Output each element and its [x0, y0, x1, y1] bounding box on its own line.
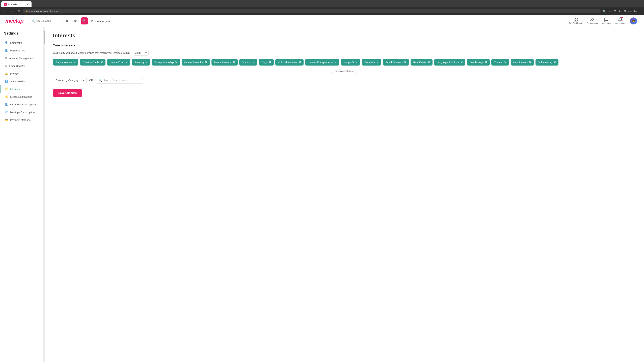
save-changes-button[interactable]: Save Changes	[53, 89, 82, 97]
tag-remove-icon[interactable]: ✕	[175, 61, 177, 64]
tag-label: Language & Culture	[437, 61, 459, 64]
display-btn[interactable]: ⊞	[623, 9, 626, 13]
bookmark-btn[interactable]: ☆	[608, 9, 612, 13]
interest-tag-nonprofit[interactable]: Nonprofit✕	[341, 59, 360, 65]
extensions-btn[interactable]: ⊡	[613, 9, 617, 13]
browse-category-select[interactable]: Browse by Category	[53, 77, 86, 84]
tab-favicon: m	[4, 3, 7, 6]
back-button[interactable]: ←	[2, 9, 8, 13]
tag-remove-icon[interactable]: ✕	[485, 61, 487, 64]
tag-label: Dance Lessons	[214, 61, 232, 64]
interest-tag-spanish[interactable]: Spanish✕	[239, 59, 257, 65]
active-tab[interactable]: m Interests ✕	[1, 1, 32, 7]
interest-tag-theater[interactable]: Theater✕	[492, 59, 509, 65]
interest-search-box[interactable]: 🔍	[96, 77, 143, 84]
sidebar: Settings 👤 Edit Profile 👤 Personal Info …	[0, 27, 44, 362]
tag-remove-icon[interactable]: ✕	[428, 61, 430, 64]
sidebar-item-email-updates[interactable]: ✉ Email Updates	[0, 62, 44, 70]
interest-tag-creative-circle[interactable]: Creative Circle✕	[80, 59, 105, 65]
location-button[interactable]: Dover, DE	[66, 19, 78, 22]
sidebar-item-payment-methods[interactable]: 💳 Payment Methods	[0, 116, 44, 124]
interest-tag-dance-lessons[interactable]: Dance Lessons✕	[212, 59, 238, 65]
interest-tag-dogs[interactable]: Dogs✕	[259, 59, 274, 65]
sidebar-item-interests[interactable]: ⭐ Interests	[0, 85, 44, 93]
sidebar-icon-meetup-plus: 💎	[4, 110, 8, 114]
tag-remove-icon[interactable]: ✕	[404, 61, 406, 64]
tag-remove-icon[interactable]: ✕	[460, 61, 463, 64]
interest-tag-cultural-activities[interactable]: Cultural Activities✕	[276, 59, 304, 65]
distance-select[interactable]: 10 mi 25 mi 50 mi 100 mi	[133, 50, 148, 56]
tag-remove-icon[interactable]: ✕	[126, 61, 128, 64]
interest-tag-gentle-yoga[interactable]: Gentle Yoga✕	[467, 59, 490, 65]
search-bar[interactable]: 🔍	[29, 18, 63, 24]
tab-close-button[interactable]: ✕	[27, 3, 29, 6]
sidebar-scrollbar[interactable]	[44, 27, 45, 362]
tag-remove-icon[interactable]: ✕	[355, 61, 358, 64]
tag-remove-icon[interactable]: ✕	[233, 61, 235, 64]
sidebar-item-account-management[interactable]: ⚙ Account Management	[0, 54, 44, 62]
interest-tag-empty-nesters[interactable]: Empty Nesters✕	[53, 59, 78, 65]
tag-remove-icon[interactable]: ✕	[554, 61, 556, 64]
sidebar-item-mobile-notifications[interactable]: 🔔 Mobile Notifications	[0, 93, 44, 100]
address-bar[interactable]: 🔒 meetup.com/account/interests/	[23, 9, 601, 13]
interest-tag-painting[interactable]: Painting✕	[132, 59, 150, 65]
tag-label: Theater	[494, 61, 503, 64]
nav-connections[interactable]: Connections	[586, 17, 598, 24]
interest-tag-volunteering[interactable]: Volunteering✕	[536, 59, 558, 65]
tag-remove-icon[interactable]: ✕	[299, 61, 301, 64]
tag-remove-icon[interactable]: ✕	[376, 61, 378, 64]
nav-messages[interactable]: Messages	[602, 17, 611, 24]
interest-tag-entrepreneurship[interactable]: Entrepreneurship✕	[152, 59, 180, 65]
interest-tag-real-estate[interactable]: Real Estate✕	[410, 59, 432, 65]
sidebar-item-personal-info[interactable]: 👤 Personal Info	[0, 46, 44, 54]
browser-chrome: m Interests ✕ + ← → ↻ 🔒 meetup.com/accou…	[0, 0, 644, 15]
interest-tag-new-parents[interactable]: New Parents✕	[511, 59, 534, 65]
tag-label: Painting	[135, 61, 144, 64]
refresh-button[interactable]: ↻	[16, 8, 21, 13]
nav-pro-dashboard[interactable]: Pro Dashboard	[569, 17, 582, 24]
site-logo[interactable]: meetup	[5, 17, 26, 25]
interest-tag-small-business[interactable]: Small Business✕	[383, 59, 409, 65]
tab-title: Interests	[8, 3, 17, 6]
search-input[interactable]	[36, 19, 60, 22]
sidebar-item-meetup-plus[interactable]: 💎 Meetup+ Subscription	[0, 108, 44, 116]
sidebar-icon-edit-profile: 👤	[4, 41, 8, 44]
nav-notifications[interactable]: Notifications	[615, 17, 626, 25]
interest-tag-career-transition[interactable]: Career Transition✕	[182, 59, 210, 65]
tag-label: Volunteering	[538, 61, 552, 64]
tag-remove-icon[interactable]: ✕	[145, 61, 148, 64]
search-nav-btn[interactable]: 🔍	[602, 9, 607, 13]
interest-tag-creativity[interactable]: Creativity✕	[362, 59, 381, 65]
menu-btn[interactable]: ⋮	[638, 9, 642, 13]
search-submit-button[interactable]: 🔍	[81, 17, 88, 24]
tag-remove-icon[interactable]: ✕	[529, 61, 531, 64]
tag-remove-icon[interactable]: ✕	[205, 61, 207, 64]
tag-remove-icon[interactable]: ✕	[252, 61, 254, 64]
interest-tag-new-in-town[interactable]: New In Town✕	[107, 59, 130, 65]
interest-tag-women-entrepreneurs[interactable]: Women Entrepreneurs✕	[305, 59, 340, 65]
download-btn[interactable]: ⬇	[618, 9, 622, 13]
tag-label: Career Transition	[184, 61, 204, 64]
forward-button[interactable]: →	[9, 9, 15, 13]
sidebar-label-interests: Interests	[10, 88, 20, 90]
new-tab-button[interactable]: +	[32, 1, 38, 7]
tag-remove-icon[interactable]: ✕	[269, 61, 271, 64]
tag-remove-icon[interactable]: ✕	[100, 61, 103, 64]
tag-label: New Parents	[513, 61, 528, 64]
user-avatar[interactable]: 🧑 ▾	[630, 17, 639, 24]
interest-tag-language--culture[interactable]: Language & Culture✕	[434, 59, 466, 65]
see-more-interests-button[interactable]: See More Interests	[331, 68, 358, 74]
tag-remove-icon[interactable]: ✕	[504, 61, 506, 64]
interest-search-input[interactable]	[103, 79, 140, 82]
sidebar-item-social-media[interactable]: 👥 Social Media	[0, 77, 44, 85]
sidebar-label-account-management: Account Management	[9, 57, 34, 60]
sidebar-item-organizer-subscription[interactable]: 👤 Organizer Subscription	[0, 100, 44, 108]
start-group-button[interactable]: Start a new group	[91, 19, 111, 22]
sidebar-item-edit-profile[interactable]: 👤 Edit Profile	[0, 39, 44, 46]
tag-remove-icon[interactable]: ✕	[334, 61, 336, 64]
sidebar-item-privacy[interactable]: 🔒 Privacy	[0, 70, 44, 77]
sidebar-label-mobile-notifications: Mobile Notifications	[10, 95, 32, 98]
scroll-thumb	[44, 30, 45, 44]
svg-rect-4	[576, 20, 578, 21]
tag-remove-icon[interactable]: ✕	[74, 61, 76, 64]
